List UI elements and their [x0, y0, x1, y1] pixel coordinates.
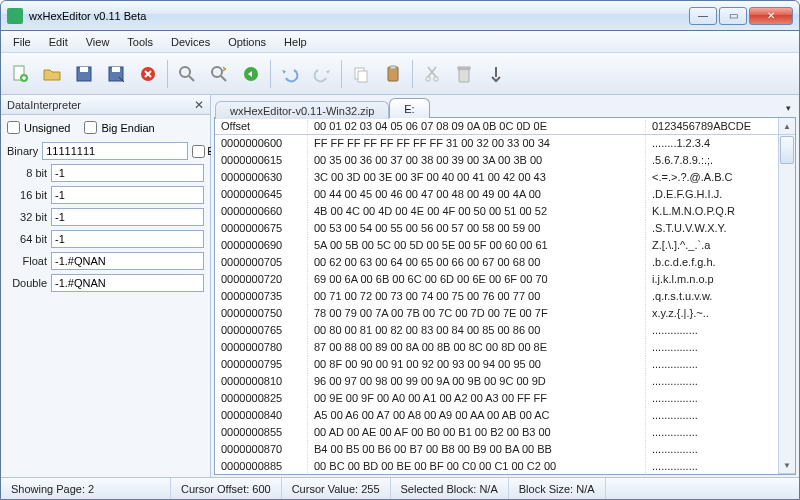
hex-ascii[interactable]: ............... [645, 424, 778, 441]
menu-view[interactable]: View [78, 34, 118, 50]
binary-input[interactable] [42, 142, 188, 160]
undo-button[interactable] [275, 59, 305, 89]
hex-bytes[interactable]: 3C 00 3D 00 3E 00 3F 00 40 00 41 00 42 0… [307, 169, 645, 186]
hex-ascii[interactable]: .S.T.U.V.W.X.Y. [645, 220, 778, 237]
hex-bytes[interactable]: B4 00 B5 00 B6 00 B7 00 B8 00 B9 00 BA 0… [307, 441, 645, 458]
hex-ascii[interactable]: K.L.M.N.O.P.Q.R [645, 203, 778, 220]
hex-row[interactable]: 00000006905A 00 5B 00 5C 00 5D 00 5E 00 … [215, 237, 778, 254]
hex-bytes[interactable]: 69 00 6A 00 6B 00 6C 00 6D 00 6E 00 6F 0… [307, 271, 645, 288]
hex-ascii[interactable]: .D.E.F.G.H.I.J. [645, 186, 778, 203]
hex-bytes[interactable]: 96 00 97 00 98 00 99 00 9A 00 9B 00 9C 0… [307, 373, 645, 390]
hex-row[interactable]: 000000081096 00 97 00 98 00 99 00 9A 00 … [215, 373, 778, 390]
hex-row[interactable]: 000000079500 8F 00 90 00 91 00 92 00 93 … [215, 356, 778, 373]
hex-row[interactable]: 000000072069 00 6A 00 6B 00 6C 00 6D 00 … [215, 271, 778, 288]
tab-drive[interactable]: E: [389, 98, 429, 118]
open-folder-button[interactable] [37, 59, 67, 89]
maximize-button[interactable]: ▭ [719, 7, 747, 25]
hex-ascii[interactable]: ............... [645, 322, 778, 339]
menu-help[interactable]: Help [276, 34, 315, 50]
replace-button[interactable] [204, 59, 234, 89]
hex-row[interactable]: 0000000870B4 00 B5 00 B6 00 B7 00 B8 00 … [215, 441, 778, 458]
cut-button[interactable] [417, 59, 447, 89]
hex-ascii[interactable]: ............... [645, 373, 778, 390]
hex-bytes[interactable]: 00 BC 00 BD 00 BE 00 BF 00 C0 00 C1 00 C… [307, 458, 645, 474]
hex-bytes[interactable]: 00 53 00 54 00 55 00 56 00 57 00 58 00 5… [307, 220, 645, 237]
hex-row[interactable]: 0000000840A5 00 A6 00 A7 00 A8 00 A9 00 … [215, 407, 778, 424]
hex-row[interactable]: 00000006604B 00 4C 00 4D 00 4E 00 4F 00 … [215, 203, 778, 220]
hex-bytes[interactable]: 00 8F 00 90 00 91 00 92 00 93 00 94 00 9… [307, 356, 645, 373]
hex-row[interactable]: 000000082500 9E 00 9F 00 A0 00 A1 00 A2 … [215, 390, 778, 407]
hex-row[interactable]: 000000078087 00 88 00 89 00 8A 00 8B 00 … [215, 339, 778, 356]
hex-bytes[interactable]: 87 00 88 00 89 00 8A 00 8B 00 8C 00 8D 0… [307, 339, 645, 356]
menu-edit[interactable]: Edit [41, 34, 76, 50]
hex-row[interactable]: 000000073500 71 00 72 00 73 00 74 00 75 … [215, 288, 778, 305]
bit8-input[interactable] [51, 164, 204, 182]
hex-row[interactable]: 000000088500 BC 00 BD 00 BE 00 BF 00 C0 … [215, 458, 778, 474]
paste-button[interactable] [378, 59, 408, 89]
hex-bytes[interactable]: 00 35 00 36 00 37 00 38 00 39 00 3A 00 3… [307, 152, 645, 169]
hex-row[interactable]: 000000075078 00 79 00 7A 00 7B 00 7C 00 … [215, 305, 778, 322]
menu-options[interactable]: Options [220, 34, 274, 50]
bigendian-checkbox[interactable]: Big Endian [84, 121, 154, 134]
hex-bytes[interactable]: A5 00 A6 00 A7 00 A8 00 A9 00 AA 00 AB 0… [307, 407, 645, 424]
hex-bytes[interactable]: 00 9E 00 9F 00 A0 00 A1 00 A2 00 A3 00 F… [307, 390, 645, 407]
hex-ascii[interactable]: ............... [645, 390, 778, 407]
hex-ascii[interactable]: Z.[.\.].^._.`.a [645, 237, 778, 254]
copy-button[interactable] [346, 59, 376, 89]
hex-ascii[interactable]: ............... [645, 441, 778, 458]
hex-row[interactable]: 0000000600FF FF FF FF FF FF FF FF 31 00 … [215, 135, 778, 152]
scroll-down-icon[interactable]: ▼ [779, 457, 795, 474]
hex-bytes[interactable]: 00 44 00 45 00 46 00 47 00 48 00 49 00 4… [307, 186, 645, 203]
hex-row[interactable]: 000000076500 80 00 81 00 82 00 83 00 84 … [215, 322, 778, 339]
hex-row[interactable]: 000000067500 53 00 54 00 55 00 56 00 57 … [215, 220, 778, 237]
menu-devices[interactable]: Devices [163, 34, 218, 50]
hex-ascii[interactable]: i.j.k.l.m.n.o.p [645, 271, 778, 288]
panel-close-icon[interactable]: ✕ [194, 98, 204, 112]
hex-bytes[interactable]: 00 80 00 81 00 82 00 83 00 84 00 85 00 8… [307, 322, 645, 339]
hex-bytes[interactable]: 00 71 00 72 00 73 00 74 00 75 00 76 00 7… [307, 288, 645, 305]
hex-ascii[interactable]: ............... [645, 458, 778, 474]
save-button[interactable] [69, 59, 99, 89]
hex-view[interactable]: Offset 00 01 02 03 04 05 06 07 08 09 0A … [215, 118, 778, 474]
hex-ascii[interactable]: <.=.>.?.@.A.B.C [645, 169, 778, 186]
hex-bytes[interactable]: 78 00 79 00 7A 00 7B 00 7C 00 7D 00 7E 0… [307, 305, 645, 322]
hex-ascii[interactable]: .q.r.s.t.u.v.w. [645, 288, 778, 305]
float-input[interactable] [51, 252, 204, 270]
delete-button[interactable] [449, 59, 479, 89]
hex-bytes[interactable]: 5A 00 5B 00 5C 00 5D 00 5E 00 5F 00 60 0… [307, 237, 645, 254]
hex-bytes[interactable]: 4B 00 4C 00 4D 00 4E 00 4F 00 50 00 51 0… [307, 203, 645, 220]
menu-tools[interactable]: Tools [119, 34, 161, 50]
minimize-button[interactable]: — [689, 7, 717, 25]
vertical-scrollbar[interactable]: ▲ ▼ [778, 118, 795, 474]
bit32-input[interactable] [51, 208, 204, 226]
hex-ascii[interactable]: ............... [645, 356, 778, 373]
bit64-input[interactable] [51, 230, 204, 248]
bit16-input[interactable] [51, 186, 204, 204]
tab-file[interactable]: wxHexEditor-v0.11-Win32.zip [215, 101, 389, 119]
scroll-thumb[interactable] [780, 136, 794, 164]
hex-ascii[interactable]: ........1.2.3.4 [645, 135, 778, 152]
hex-ascii[interactable]: x.y.z.{.|.}.~.. [645, 305, 778, 322]
hex-bytes[interactable]: 00 AD 00 AE 00 AF 00 B0 00 B1 00 B2 00 B… [307, 424, 645, 441]
redo-button[interactable] [307, 59, 337, 89]
hex-ascii[interactable]: ............... [645, 339, 778, 356]
hex-ascii[interactable]: .b.c.d.e.f.g.h. [645, 254, 778, 271]
hex-row[interactable]: 000000070500 62 00 63 00 64 00 65 00 66 … [215, 254, 778, 271]
hex-bytes[interactable]: FF FF FF FF FF FF FF FF 31 00 32 00 33 0… [307, 135, 645, 152]
close-file-button[interactable] [133, 59, 163, 89]
hex-row[interactable]: 000000061500 35 00 36 00 37 00 38 00 39 … [215, 152, 778, 169]
hex-row[interactable]: 000000064500 44 00 45 00 46 00 47 00 48 … [215, 186, 778, 203]
find-button[interactable] [172, 59, 202, 89]
close-button[interactable]: ✕ [749, 7, 793, 25]
prefs-button[interactable] [481, 59, 511, 89]
unsigned-checkbox[interactable]: Unsigned [7, 121, 70, 134]
titlebar[interactable]: wxHexEditor v0.11 Beta — ▭ ✕ [1, 1, 799, 31]
scroll-up-icon[interactable]: ▲ [779, 118, 795, 135]
hex-ascii[interactable]: .5.6.7.8.9.:.;. [645, 152, 778, 169]
save-as-button[interactable] [101, 59, 131, 89]
hex-ascii[interactable]: ............... [645, 407, 778, 424]
goto-button[interactable] [236, 59, 266, 89]
hex-bytes[interactable]: 00 62 00 63 00 64 00 65 00 66 00 67 00 6… [307, 254, 645, 271]
new-file-button[interactable] [5, 59, 35, 89]
hex-row[interactable]: 000000085500 AD 00 AE 00 AF 00 B0 00 B1 … [215, 424, 778, 441]
